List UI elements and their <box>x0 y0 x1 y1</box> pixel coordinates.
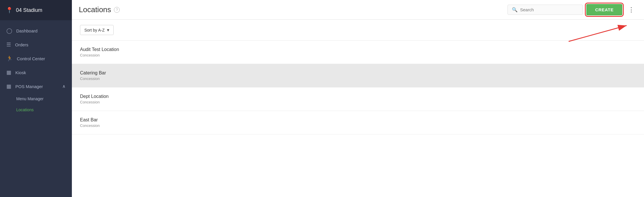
list-item[interactable]: Catering Bar Concession <box>72 64 644 87</box>
more-options-button[interactable]: ⋮ <box>626 5 637 15</box>
sidebar-item-label: Kiosk <box>15 70 26 75</box>
sidebar-item-orders[interactable]: ☰ Orders <box>0 38 72 52</box>
dashboard-icon: ◯ <box>6 28 12 34</box>
list-item[interactable]: East Bar Concession <box>72 111 644 134</box>
list-item[interactable]: Dept Location Concession <box>72 87 644 111</box>
sub-nav-label: Menu Manager <box>16 96 43 101</box>
orders-icon: ☰ <box>6 41 11 48</box>
search-input[interactable] <box>520 7 578 12</box>
sub-nav: Menu Manager Locations <box>0 93 72 115</box>
pos-manager-icon: ▦ <box>6 83 11 90</box>
kiosk-icon: ▦ <box>6 69 11 76</box>
location-name: Dept Location <box>80 94 636 99</box>
control-center-icon: 🏃 <box>6 55 13 62</box>
chevron-up-icon: ∧ <box>62 84 66 89</box>
create-button[interactable]: CREATE <box>586 4 622 15</box>
sidebar-nav: ◯ Dashboard ☰ Orders 🏃 Control Center ▦ … <box>0 20 72 197</box>
sub-nav-label: Locations <box>16 107 34 112</box>
chevron-down-icon: ▾ <box>107 27 109 33</box>
sidebar-item-label: POS Manager <box>15 84 43 89</box>
location-pin-icon: 📍 <box>6 7 13 14</box>
sort-label: Sort by A-Z <box>84 28 105 32</box>
sidebar-item-kiosk[interactable]: ▦ Kiosk <box>0 65 72 79</box>
location-type: Concession <box>80 123 636 128</box>
sidebar-item-label: Orders <box>15 42 28 47</box>
location-name: Audit Test Location <box>80 47 636 52</box>
sidebar-item-control-center[interactable]: 🏃 Control Center <box>0 52 72 65</box>
location-type: Concession <box>80 100 636 104</box>
topbar-right: 🔍 CREATE ⋮ <box>507 4 637 15</box>
sidebar-item-locations[interactable]: Locations <box>0 104 72 115</box>
main-content: Locations ? 🔍 CREATE ⋮ Sort by A-Z <box>72 0 644 197</box>
location-type: Concession <box>80 76 636 81</box>
page-title: Locations <box>79 5 111 14</box>
search-box[interactable]: 🔍 <box>507 5 583 15</box>
topbar-left: Locations ? <box>79 5 120 14</box>
location-list: Audit Test Location Concession Catering … <box>72 41 644 134</box>
sidebar: 📍 04 Stadium ◯ Dashboard ☰ Orders 🏃 Cont… <box>0 0 72 197</box>
sidebar-item-pos-manager[interactable]: ▦ POS Manager ∧ <box>0 79 72 93</box>
sidebar-item-label: Dashboard <box>16 28 37 33</box>
sidebar-header: 📍 04 Stadium <box>0 0 72 20</box>
sidebar-item-menu-manager[interactable]: Menu Manager <box>0 93 72 104</box>
sort-bar: Sort by A-Z ▾ <box>72 20 644 41</box>
sort-select[interactable]: Sort by A-Z ▾ <box>80 25 114 35</box>
location-type: Concession <box>80 53 636 57</box>
sidebar-item-dashboard[interactable]: ◯ Dashboard <box>0 24 72 38</box>
location-name: Catering Bar <box>80 70 636 76</box>
sidebar-item-label: Control Center <box>17 56 45 61</box>
search-icon: 🔍 <box>512 7 518 12</box>
location-name: East Bar <box>80 117 636 123</box>
content-area: Sort by A-Z ▾ Audit Test Location Conces… <box>72 20 644 197</box>
help-icon[interactable]: ? <box>114 7 120 13</box>
list-item[interactable]: Audit Test Location Concession <box>72 41 644 64</box>
topbar: Locations ? 🔍 CREATE ⋮ <box>72 0 644 20</box>
org-name: 04 Stadium <box>16 7 42 13</box>
